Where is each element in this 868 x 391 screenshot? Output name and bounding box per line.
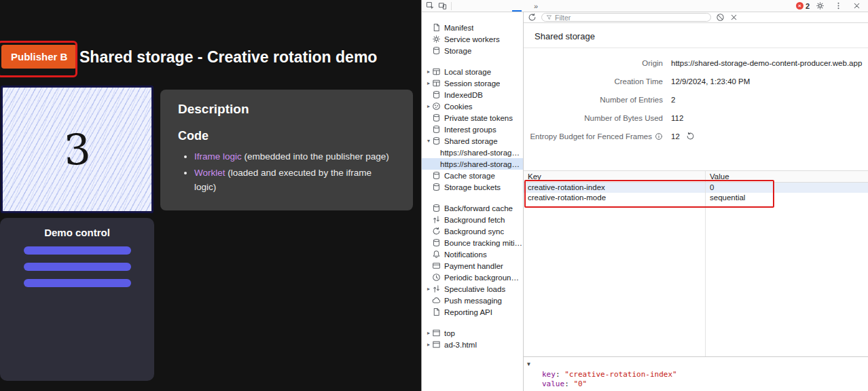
sidebar-item[interactable]: Push messaging: [422, 295, 523, 306]
sidebar-item[interactable]: Background fetch: [422, 214, 523, 225]
twisty-icon[interactable]: ▸: [425, 330, 432, 336]
sidebar-item[interactable]: Storage buckets: [422, 181, 523, 193]
sidebar-item[interactable]: ▸Speculative loads: [422, 283, 523, 295]
rotation-mode-button[interactable]: [24, 279, 131, 287]
twisty-icon[interactable]: ▸: [425, 286, 432, 292]
sidebar-item-label: Periodic background s...: [444, 274, 523, 282]
item-icon: [432, 23, 441, 32]
sidebar-item[interactable]: ▸top: [422, 327, 523, 339]
publisher-page: Publisher B Shared storage - Creative ro…: [0, 0, 421, 391]
close-devtools-icon[interactable]: [852, 1, 861, 10]
twisty-icon[interactable]: ▸: [425, 80, 432, 86]
ad-creative-frame[interactable]: 3: [1, 86, 153, 213]
delete-selected-icon[interactable]: [729, 13, 738, 22]
sidebar-item[interactable]: Bounce tracking mitiga...: [422, 237, 523, 248]
metadata-label: Creation Time: [524, 77, 663, 86]
sidebar-item[interactable]: Private state tokens: [422, 112, 523, 124]
sidebar-item[interactable]: Reporting API: [422, 306, 523, 318]
devtools-tab[interactable]: [484, 0, 493, 12]
sidebar-item-label: Reporting API: [444, 308, 492, 316]
sidebar-item[interactable]: IndexedDB: [422, 89, 523, 100]
reset-budget-icon[interactable]: [686, 132, 695, 141]
sidebar-origin-item[interactable]: https://shared-storage-d...: [422, 158, 523, 170]
devtools-tab[interactable]: [503, 0, 512, 12]
more-tabs-icon[interactable]: »: [531, 2, 541, 10]
column-header-value[interactable]: Value: [706, 171, 868, 182]
rotation-mode-button[interactable]: [24, 246, 131, 255]
sidebar-item[interactable]: Storage: [422, 45, 523, 56]
devtools-tab[interactable]: [465, 0, 474, 12]
kebab-menu-icon[interactable]: [834, 1, 843, 10]
item-icon: [432, 46, 441, 55]
sidebar-item[interactable]: ▸Session storage: [422, 77, 523, 89]
preview-separator: :: [556, 370, 564, 379]
code-link[interactable]: Iframe logic: [194, 151, 242, 162]
sidebar-item[interactable]: Cache storage: [422, 170, 523, 181]
item-icon: [432, 171, 441, 180]
metadata-label: Number of Bytes Used: [524, 114, 663, 122]
metadata-label: Number of Entries: [524, 96, 663, 104]
devtools-tab[interactable]: [455, 0, 465, 12]
sidebar-item[interactable]: Periodic background s...: [422, 272, 523, 283]
sidebar-origin-item[interactable]: https://shared-storage-d...: [422, 147, 523, 158]
metadata-value: 12: [671, 132, 695, 141]
entry-value: sequential: [706, 193, 868, 203]
twisty-icon[interactable]: ▸: [425, 103, 432, 109]
sidebar-item[interactable]: ▸ad-3.html: [422, 339, 523, 350]
devtools-tab[interactable]: [512, 0, 522, 12]
sidebar-item[interactable]: ▾Shared storage: [422, 135, 523, 147]
sidebar-item[interactable]: Back/forward cache: [422, 202, 523, 214]
twisty-icon[interactable]: ▾: [425, 138, 432, 144]
code-link[interactable]: Worklet: [194, 168, 225, 178]
sidebar-item[interactable]: Interest groups: [422, 124, 523, 135]
sidebar-item[interactable]: ▸Local storage: [422, 66, 523, 77]
sidebar-item[interactable]: Payment handler: [422, 260, 523, 272]
metadata-row: Number of Entries 2: [524, 90, 868, 109]
sidebar-item[interactable]: ▸Cookies: [422, 100, 523, 112]
sidebar-item[interactable]: Manifest: [422, 22, 523, 33]
funnel-icon: [546, 14, 552, 20]
settings-gear-icon[interactable]: [816, 1, 825, 10]
storage-datagrid: Key Value creative-rotation-index0creati…: [524, 170, 868, 356]
devtools-window: » ×2 ManifestService workersStorage▸Loca…: [421, 0, 868, 391]
sidebar-item-label: Local storage: [444, 68, 491, 76]
storage-toolbar: Filter: [524, 12, 868, 23]
column-divider[interactable]: [705, 183, 706, 356]
filter-input[interactable]: Filter: [541, 13, 711, 22]
devtools-tab[interactable]: [474, 0, 484, 12]
devtools-tab[interactable]: [522, 0, 531, 12]
devtools-tab[interactable]: [493, 0, 503, 12]
datagrid-header: Key Value: [524, 171, 868, 183]
preview-property-line: key: "creative-rotation-index": [527, 370, 868, 380]
devtools-body: ManifestService workersStorage▸Local sto…: [422, 12, 868, 391]
sidebar-item-label: Cookies: [444, 103, 473, 111]
sidebar-section-header: [422, 318, 523, 327]
sidebar-item-label: Storage: [444, 47, 471, 55]
entry-value: 0: [706, 183, 868, 193]
sidebar-item[interactable]: Background sync: [422, 225, 523, 237]
sidebar-item[interactable]: Notifications: [422, 248, 523, 260]
rotation-mode-button[interactable]: [24, 263, 131, 271]
top-nav: [3, 10, 11, 20]
issues-badge[interactable]: ×2: [796, 2, 810, 10]
twisty-icon[interactable]: ▸: [425, 341, 432, 348]
twisty-expanded-icon[interactable]: ▼: [527, 361, 530, 367]
sidebar-item-label: Notifications: [444, 250, 487, 259]
storage-entry-row[interactable]: creative-rotation-modesequential: [524, 193, 868, 203]
code-title: Code: [178, 129, 395, 143]
item-icon: [432, 79, 441, 88]
sidebar-item-label: Bounce tracking mitiga...: [444, 239, 523, 247]
device-toolbar-icon[interactable]: [438, 1, 447, 10]
column-header-key[interactable]: Key: [524, 171, 706, 182]
delete-all-icon[interactable]: [716, 13, 725, 22]
storage-entry-row[interactable]: creative-rotation-index0: [524, 183, 868, 193]
sidebar-item[interactable]: Service workers: [422, 33, 523, 45]
tabbar-right-actions: ×2: [796, 1, 868, 10]
preview-string: "0": [573, 379, 587, 388]
inspect-element-icon[interactable]: [426, 1, 435, 10]
sidebar-item-label: Shared storage: [444, 137, 498, 145]
twisty-icon[interactable]: ▸: [425, 69, 432, 75]
demo-control-buttons: [0, 246, 154, 287]
refresh-icon[interactable]: [528, 13, 537, 22]
preview-summary[interactable]: ▼: [527, 359, 868, 370]
